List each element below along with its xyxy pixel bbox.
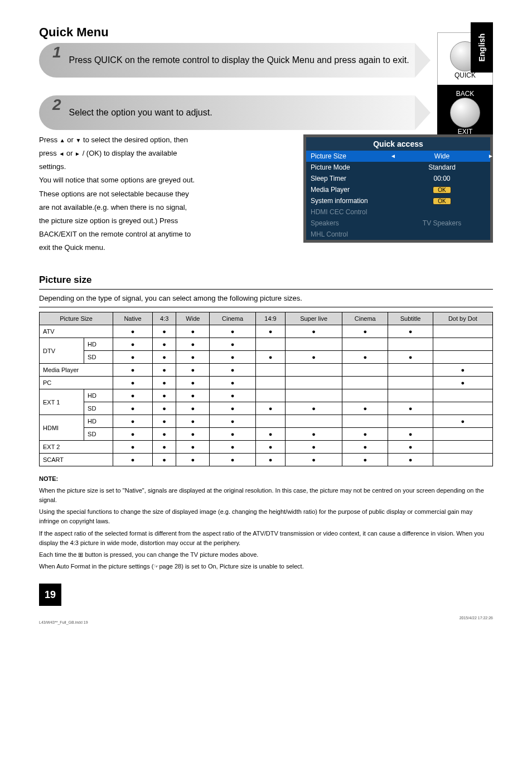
table-cell: ● <box>113 389 153 402</box>
arrow-left-icon <box>59 149 64 157</box>
table-cell: ● <box>210 338 255 351</box>
row-label-cell: HDMI <box>40 415 84 441</box>
menu-row-label: Picture Mode <box>311 163 398 171</box>
table-cell: ● <box>210 415 255 428</box>
table-cell <box>342 415 388 428</box>
menu-row-value: Wide◄► <box>398 152 486 160</box>
table-cell: ● <box>152 428 176 441</box>
step-1-body: 1 Press QUICK on the remote control to d… <box>39 43 415 78</box>
table-cell: ● <box>176 441 210 454</box>
table-cell: ● <box>113 351 153 364</box>
step-2-number: 2 <box>52 96 61 114</box>
arrow-down-icon <box>76 136 81 144</box>
note-3: If the aspect ratio of the selected form… <box>39 529 493 548</box>
table-cell: ● <box>176 402 210 415</box>
picture-size-table: Picture Size Native 4:3 Wide Cinema 14:9… <box>39 312 493 466</box>
table-cell: ● <box>433 415 492 428</box>
table-cell: ● <box>210 325 255 338</box>
back-exit-knob <box>450 98 480 128</box>
table-cell: ● <box>152 402 176 415</box>
table-cell <box>433 441 492 454</box>
table-cell: ● <box>210 428 255 441</box>
table-cell: ● <box>286 428 342 441</box>
menu-row: Picture ModeStandard <box>306 162 490 173</box>
table-cell: ● <box>113 441 153 454</box>
row-sublabel-cell: SD <box>84 428 113 441</box>
table-cell: ● <box>255 351 285 364</box>
table-cell: ● <box>152 389 176 402</box>
table-cell: ● <box>433 377 492 389</box>
table-cell: ● <box>342 351 388 364</box>
table-row: SD●●●●●●●● <box>40 402 493 415</box>
menu-row-value: OK <box>398 197 486 205</box>
exit-label: EXIT <box>458 128 473 136</box>
table-cell <box>255 389 285 402</box>
row-label-cell: ATV <box>40 325 113 338</box>
table-cell: ● <box>286 402 342 415</box>
table-cell: ● <box>176 428 210 441</box>
instructions-column: Press or to select the desired option, t… <box>39 134 292 256</box>
instruction-line-8: BACK/EXIT on the remote control at anyti… <box>39 229 292 240</box>
picture-size-heading: Picture size <box>39 274 493 286</box>
th-subtitle: Subtitle <box>388 312 433 325</box>
step-2-body: 2 Select the option you want to adjust. <box>39 95 415 130</box>
table-cell <box>286 377 342 389</box>
table-cell <box>342 364 388 377</box>
footer-tag: L43/W43**_Full_GB.indd 19 <box>39 620 88 624</box>
step-1-bar: 1 Press QUICK on the remote control to d… <box>39 43 493 78</box>
menu-row-value: TV Speakers <box>398 219 486 227</box>
table-cell: ● <box>113 364 153 377</box>
footer: 19 L43/W43**_Full_GB.indd 19 2015/4/22 1… <box>39 584 493 626</box>
row-label-cell: Media Player <box>40 364 113 377</box>
menu-row: System informationOK <box>306 195 490 206</box>
table-cell <box>388 389 433 402</box>
table-cell: ● <box>342 428 388 441</box>
table-cell <box>342 377 388 389</box>
row-sublabel-cell: HD <box>84 338 113 351</box>
table-cell: ● <box>286 351 342 364</box>
language-tab: English <box>471 22 493 73</box>
divider <box>39 289 493 290</box>
table-cell: ● <box>433 364 492 377</box>
table-cell <box>388 377 433 389</box>
table-cell: ● <box>388 428 433 441</box>
instruction-line-5: These options are not selectable because… <box>39 189 292 200</box>
notes-title: NOTE: <box>39 474 493 484</box>
table-row: SD●●●●●●●● <box>40 428 493 441</box>
table-cell: ● <box>210 441 255 454</box>
table-cell: ● <box>210 364 255 377</box>
th-14-9: 14:9 <box>255 312 285 325</box>
th-4-3: 4:3 <box>152 312 176 325</box>
th-cinema: Cinema <box>210 312 255 325</box>
instruction-line-2: press or / (OK) to display the available <box>39 148 292 159</box>
table-cell: ● <box>342 402 388 415</box>
row-sublabel-cell: SD <box>84 402 113 415</box>
ok-badge: OK <box>433 197 451 205</box>
note-5: When Auto Format in the picture settings… <box>39 562 493 571</box>
table-cell: ● <box>342 441 388 454</box>
row-label-cell: PC <box>40 377 113 389</box>
arrow-up-icon <box>60 136 65 144</box>
notes-block: NOTE: When the picture size is set to "N… <box>39 474 493 571</box>
table-cell: ● <box>176 325 210 338</box>
table-cell: ● <box>176 415 210 428</box>
table-cell <box>255 364 285 377</box>
table-cell: ● <box>255 441 285 454</box>
table-cell <box>433 454 492 466</box>
menu-row-label: HDMI CEC Control <box>311 208 398 216</box>
table-cell <box>255 415 285 428</box>
table-cell <box>433 402 492 415</box>
table-row: DTVHD●●●● <box>40 338 493 351</box>
table-row: SD●●●●●●●● <box>40 351 493 364</box>
table-row: Media Player●●●●● <box>40 364 493 377</box>
table-cell <box>286 389 342 402</box>
instruction-line-3: settings. <box>39 161 292 172</box>
table-cell <box>286 338 342 351</box>
row-label-cell: DTV <box>40 338 84 364</box>
menu-row: SpeakersTV Speakers <box>306 218 490 229</box>
table-cell: ● <box>152 377 176 389</box>
th-picture-size: Picture Size <box>40 312 113 325</box>
table-cell: ● <box>255 454 285 466</box>
menu-row-value: Standard <box>398 163 486 171</box>
menu-row-value: 00:00 <box>398 175 486 182</box>
